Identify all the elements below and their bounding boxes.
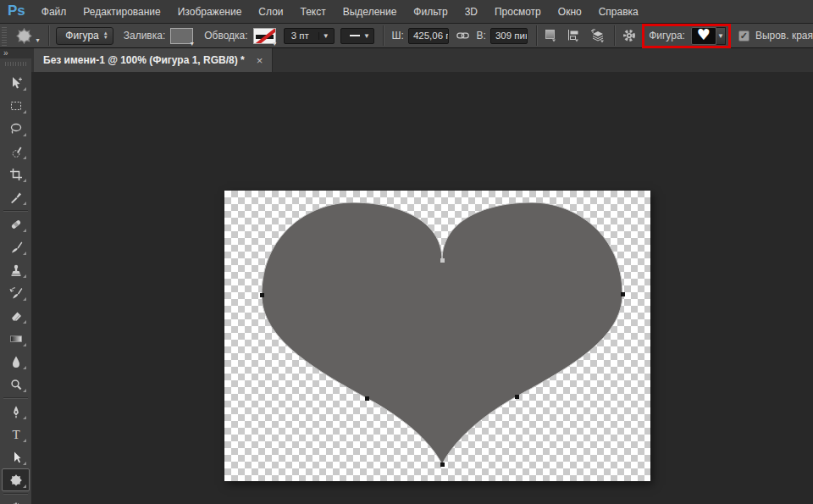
tool-quick-selection[interactable] (2, 140, 30, 163)
stroke-swatch[interactable]: ▼ (253, 28, 276, 44)
gear-icon (622, 28, 637, 43)
close-tab-icon[interactable]: × (257, 54, 263, 67)
tool-flyout-icon (23, 297, 26, 301)
tool-gradient[interactable] (2, 327, 30, 350)
tool-spot-healing[interactable] (2, 213, 30, 235)
menu-item-2[interactable]: Изображение (169, 6, 251, 18)
canvas-workspace[interactable] (31, 72, 813, 504)
tool-lasso[interactable] (2, 117, 30, 140)
fill-swatch[interactable]: ▼ (170, 28, 193, 44)
path-operations-button[interactable] (544, 29, 557, 43)
menu-item-10[interactable]: Справка (590, 6, 647, 18)
menu-item-6[interactable]: Фильтр (405, 6, 456, 18)
anchor-point[interactable] (440, 258, 445, 263)
menu-item-9[interactable]: Окно (550, 6, 590, 18)
anchor-point[interactable] (440, 462, 445, 467)
shape-picker-dropdown[interactable]: ▼ (716, 27, 726, 45)
shape-width-label: Ш: (392, 30, 404, 42)
tool-move[interactable] (2, 71, 30, 94)
path-arrangement-button[interactable] (589, 29, 606, 43)
stroke-style-dropdown-icon: ▼ (363, 32, 370, 40)
tool-preset-button[interactable]: ▾ (16, 28, 40, 44)
heart-shape-swatch: ♥ (691, 27, 716, 45)
stroke-style-picker[interactable]: ▼ (340, 28, 374, 44)
options-bar: ▾ Фигура ▲▼ Заливка: ▼ Обводка: ▼ 3 пт ▼… (0, 24, 813, 48)
shape-picker-button[interactable]: ♥ ▼ (691, 27, 726, 45)
align-edges-label: Выров. края (755, 30, 813, 42)
tool-flyout-icon (23, 320, 26, 324)
toolbar-separator (3, 493, 28, 494)
tool-crop[interactable] (2, 163, 30, 186)
menu-item-3[interactable]: Слои (250, 6, 291, 18)
tool-history-brush[interactable] (2, 281, 30, 304)
anchor-point[interactable] (515, 395, 519, 399)
path-alignment-icon (567, 29, 580, 43)
shape-width-value: 425,06 п (413, 30, 449, 41)
separator (536, 25, 537, 46)
tab-bar: Без имени-1 @ 100% (Фигура 1, RGB/8) * × (31, 48, 813, 72)
anchor-point[interactable] (365, 396, 369, 401)
stroke-width-dropdown-icon[interactable]: ▼ (318, 32, 329, 40)
tool-flyout-icon (23, 133, 26, 136)
heart-path (262, 202, 622, 464)
tool-type[interactable]: T (2, 423, 30, 446)
link-dimensions-icon[interactable] (456, 30, 469, 42)
checkmark-icon: ✓ (740, 31, 748, 41)
menu-item-1[interactable]: Редактирование (75, 6, 169, 18)
menu-item-4[interactable]: Текст (292, 6, 335, 18)
path-alignment-button[interactable] (567, 29, 580, 43)
tool-hand[interactable] (2, 496, 30, 504)
tool-flyout-icon (23, 179, 26, 182)
updown-stepper-icon: ▲▼ (99, 31, 113, 40)
anchor-point[interactable] (621, 292, 625, 296)
photoshop-logo: Ps (0, 3, 33, 21)
stroke-width-value: 3 пт (291, 30, 309, 41)
tool-dodge[interactable] (2, 373, 30, 396)
document-canvas[interactable] (224, 191, 650, 481)
tool-flyout-icon (23, 87, 26, 91)
tool-blur[interactable] (2, 350, 30, 373)
menu-bar: Ps ФайлРедактированиеИзображениеСлоиТекс… (0, 0, 813, 24)
tool-flyout-icon (23, 389, 26, 392)
shape-height-input[interactable]: 309 пик (490, 28, 528, 44)
dock-header: » (0, 48, 31, 58)
shape-height-value: 309 пик (495, 30, 528, 41)
tool-eraser[interactable] (2, 304, 30, 327)
options-bar-grip[interactable] (2, 26, 7, 46)
document-tab-title: Без имени-1 @ 100% (Фигура 1, RGB/8) * (43, 54, 245, 66)
menu-item-8[interactable]: Просмотр (486, 6, 550, 18)
tool-flyout-icon (23, 202, 26, 205)
tool-flyout-icon (23, 274, 26, 278)
menu-item-5[interactable]: Выделение (335, 6, 406, 18)
tool-flyout-icon (23, 416, 26, 419)
tool-mode-select[interactable]: Фигура ▲▼ (56, 27, 113, 45)
anchor-point[interactable] (260, 293, 264, 297)
separator (614, 25, 615, 46)
menu-item-0[interactable]: Файл (33, 6, 75, 18)
tool-rectangular-marquee[interactable] (2, 94, 30, 117)
custom-shape-icon (16, 28, 32, 44)
tool-eyedropper[interactable] (2, 186, 30, 208)
stroke-dropdown-icon: ▼ (272, 41, 278, 47)
heart-shape[interactable] (262, 202, 622, 464)
tool-flyout-icon (23, 439, 26, 442)
menu-items: ФайлРедактированиеИзображениеСлоиТекстВы… (33, 6, 647, 18)
stroke-width-input[interactable]: 3 пт ▼ (284, 28, 335, 44)
shape-width-input[interactable]: 425,06 п (408, 28, 449, 44)
fill-dropdown-icon: ▼ (189, 41, 195, 47)
collapse-panel-icon[interactable]: » (3, 48, 7, 58)
tool-brush[interactable] (2, 235, 30, 258)
path-operations-icon (544, 29, 557, 43)
align-edges-checkbox[interactable]: ✓ (738, 30, 749, 42)
document-tab[interactable]: Без имени-1 @ 100% (Фигура 1, RGB/8) * × (34, 48, 273, 72)
tool-path-selection[interactable] (2, 446, 30, 468)
tool-clone-stamp[interactable] (2, 258, 30, 281)
stroke-label: Обводка: (204, 30, 247, 42)
geometry-options-button[interactable] (622, 28, 637, 43)
align-edges-control[interactable]: ✓ Выров. края (738, 30, 813, 42)
tool-custom-shape[interactable] (2, 468, 30, 491)
menu-item-7[interactable]: 3D (456, 6, 486, 18)
toolbar-grip[interactable] (5, 62, 27, 66)
tool-preset-dropdown-icon[interactable]: ▾ (36, 36, 40, 44)
tool-pen[interactable] (2, 400, 30, 423)
